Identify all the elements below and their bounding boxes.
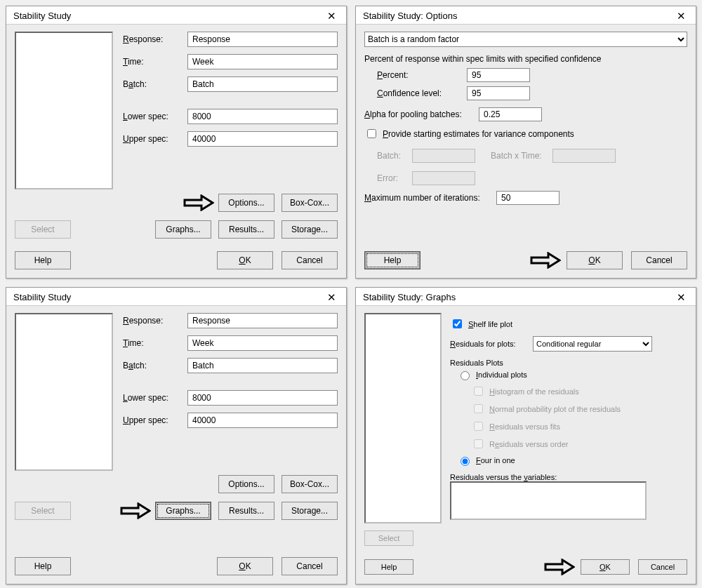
shelf-life-label: Shelf life plot [468,320,512,328]
response-label: Response: [123,34,180,44]
batchxtime-est-input [552,149,616,163]
time-label: Time: [123,338,180,348]
help-button[interactable]: Help [15,557,71,575]
batch-input[interactable] [187,358,338,373]
window-title: Stability Study: Graphs [363,292,456,302]
maxit-input[interactable] [496,191,559,205]
batch-est-input [412,149,475,163]
close-icon[interactable]: ✕ [324,292,339,302]
callout-arrow-icon [544,559,572,575]
confidence-input[interactable] [467,86,530,100]
error-est-label: Error: [377,173,406,183]
stability-study-dialog-2: Stability Study ✕ Response: Time: Batch: [6,287,347,584]
rvo-label: Residuals versus order [489,440,569,448]
rvf-label: Residuals versus fits [489,422,560,431]
ok-button[interactable]: OK [581,559,630,575]
help-button[interactable]: Help [364,251,420,269]
lower-spec-input[interactable] [187,390,338,406]
confidence-label: Confidence level: [377,88,461,98]
upper-spec-input[interactable] [187,413,338,428]
time-input[interactable] [187,54,338,69]
close-icon[interactable]: ✕ [674,292,689,302]
storage-button[interactable]: Storage... [282,502,338,520]
select-button: Select [15,502,71,520]
select-button: Select [364,530,413,546]
variable-listbox[interactable] [15,313,113,471]
error-est-input [412,171,475,185]
upper-spec-label: Upper spec: [123,134,180,144]
storage-button[interactable]: Storage... [282,220,338,239]
results-button[interactable]: Results... [218,502,274,520]
upper-spec-input[interactable] [187,131,338,147]
residual-plots-heading: Residuals Plots [450,359,687,367]
boxcox-button[interactable]: Box-Cox... [282,475,338,493]
batch-est-label: Batch: [377,151,406,161]
batch-input[interactable] [187,76,338,92]
individual-plots-radio[interactable] [461,371,470,380]
response-input[interactable] [187,313,338,328]
lower-spec-input[interactable] [187,109,338,124]
npp-checkbox [474,404,483,413]
upper-spec-label: Upper spec: [123,415,180,425]
variable-listbox[interactable] [15,32,113,189]
hist-checkbox [474,387,483,396]
percent-label: Percent: [377,70,461,80]
individual-plots-label: Individual plots [476,370,527,379]
rv-vars-listbox[interactable] [450,481,647,520]
provide-estimates-checkbox[interactable] [367,129,376,138]
four-in-one-label: Four in one [476,456,515,465]
batch-label: Batch: [123,79,180,89]
callout-arrow-icon [530,252,558,269]
stability-study-dialog-1: Stability Study ✕ Response: Time: Batch: [6,6,347,279]
window-title: Stability Study [13,292,71,302]
options-button[interactable]: Options... [218,194,274,212]
graphs-button[interactable]: Graphs... [155,220,211,239]
ok-button[interactable]: OK [217,251,273,269]
alpha-label: Alpha for pooling batches: [364,109,473,119]
cancel-button[interactable]: Cancel [282,251,338,269]
close-icon[interactable]: ✕ [674,11,689,21]
provide-estimates-label: Provide starting estimates for variance … [383,129,574,139]
cancel-button[interactable]: Cancel [631,251,687,269]
cancel-button[interactable]: Cancel [638,559,687,575]
variable-listbox[interactable] [364,313,442,523]
maxit-label: Maximum number of iterations: [364,193,491,203]
percent-input[interactable] [467,68,530,82]
help-button[interactable]: Help [15,251,71,269]
stability-study-graphs-dialog: Stability Study: Graphs ✕ Shelf life plo… [355,287,696,584]
titlebar: Stability Study ✕ [6,6,346,25]
help-button[interactable]: Help [364,559,413,575]
ok-button[interactable]: OK [217,557,273,575]
four-in-one-radio[interactable] [461,457,470,466]
boxcox-button[interactable]: Box-Cox... [282,194,338,212]
close-icon[interactable]: ✕ [324,11,339,21]
select-button: Select [15,220,71,239]
titlebar: Stability Study: Options ✕ [356,6,696,25]
residuals-for-label: Residuals for plots: [450,340,527,348]
graphs-button[interactable]: Graphs... [155,502,211,520]
stability-study-options-dialog: Stability Study: Options ✕ Batch is a ra… [355,6,696,279]
options-button[interactable]: Options... [218,475,274,493]
response-label: Response: [123,316,180,326]
batchxtime-est-label: Batch x Time: [491,151,547,161]
callout-arrow-icon [120,502,148,519]
batch-label: Batch: [123,361,180,370]
batch-factor-combo[interactable]: Batch is a random factor [364,32,687,47]
cancel-button[interactable]: Cancel [282,557,338,575]
titlebar: Stability Study ✕ [6,288,346,306]
alpha-input[interactable] [479,107,542,121]
shelf-life-checkbox[interactable] [453,319,462,328]
time-input[interactable] [187,335,338,351]
npp-label: Normal probability plot of the residuals [489,405,621,413]
results-button[interactable]: Results... [218,220,274,239]
window-title: Stability Study [13,11,71,21]
callout-arrow-icon [183,194,211,211]
rvf-checkbox [474,422,483,431]
spec-heading: Percent of response within spec limits w… [364,54,687,64]
rvo-checkbox [474,439,483,448]
response-input[interactable] [187,32,338,47]
window-title: Stability Study: Options [363,11,457,21]
residuals-for-combo[interactable]: Conditional regular [533,336,652,352]
ok-button[interactable]: OK [567,251,623,269]
time-label: Time: [123,57,180,67]
